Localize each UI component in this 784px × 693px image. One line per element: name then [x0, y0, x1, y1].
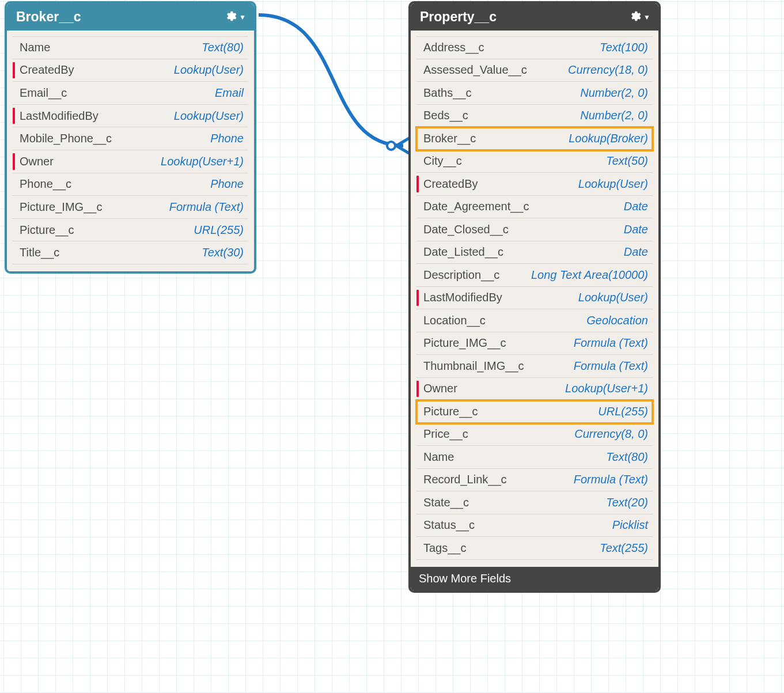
field-type: Formula (Text): [574, 336, 648, 350]
entity-title: Property__c: [420, 9, 497, 25]
field-row[interactable]: NameText(80): [13, 36, 248, 59]
chevron-down-icon: ▼: [643, 13, 650, 21]
field-name: LastModifiedBy: [20, 109, 99, 123]
field-name: Assessed_Value__c: [423, 63, 527, 77]
gear-icon: [628, 10, 641, 25]
field-row[interactable]: Broker__cLookup(Broker): [416, 127, 653, 150]
entity-body: Address__cText(100)Assessed_Value__cCurr…: [411, 31, 658, 567]
field-type: Text(80): [606, 450, 648, 464]
field-row[interactable]: Location__cGeolocation: [416, 309, 653, 332]
field-row[interactable]: NameText(80): [416, 446, 653, 469]
field-name: City__c: [423, 154, 462, 168]
field-name: Location__c: [423, 314, 486, 327]
field-name: Picture_IMG__c: [423, 336, 506, 350]
field-name: Picture__c: [423, 405, 478, 418]
field-row[interactable]: CreatedByLookup(User): [416, 173, 653, 196]
field-type: Text(20): [606, 496, 648, 509]
field-name: Title__c: [20, 246, 59, 259]
entity-broker[interactable]: Broker__c ▼ NameText(80)CreatedByLookup(…: [5, 1, 256, 274]
field-type: Date: [624, 245, 648, 259]
field-type: URL(255): [194, 224, 244, 237]
field-type: Text(50): [606, 154, 648, 168]
field-row[interactable]: OwnerLookup(User+1): [13, 150, 248, 173]
field-name: Broker__c: [423, 132, 476, 145]
field-name: State__c: [423, 496, 469, 509]
field-row[interactable]: City__cText(50): [416, 150, 653, 173]
field-name: Date_Closed__c: [423, 223, 509, 236]
field-type: Lookup(User): [174, 63, 244, 77]
field-type: URL(255): [598, 405, 648, 418]
field-name: Mobile_Phone__c: [20, 132, 112, 145]
field-row[interactable]: Picture_IMG__cFormula (Text): [416, 332, 653, 355]
field-row[interactable]: LastModifiedByLookup(User): [13, 105, 248, 128]
field-row[interactable]: Title__cText(30): [13, 241, 248, 264]
field-type: Phone: [210, 132, 244, 145]
field-name: Tags__c: [423, 541, 467, 555]
field-name: Price__c: [423, 427, 468, 441]
field-type: Geolocation: [586, 314, 648, 327]
field-name: Owner: [20, 155, 54, 168]
entity-menu-button[interactable]: ▼: [628, 10, 650, 25]
field-type: Email: [215, 86, 244, 100]
relationship-endpoint-icon: [386, 141, 396, 151]
show-more-fields-button[interactable]: Show More Fields: [411, 567, 658, 590]
field-row[interactable]: Price__cCurrency(8, 0): [416, 423, 653, 446]
field-row[interactable]: Picture__cURL(255): [416, 400, 653, 423]
entity-header[interactable]: Broker__c ▼: [7, 3, 254, 31]
field-type: Lookup(Broker): [569, 132, 648, 145]
field-row[interactable]: OwnerLookup(User+1): [416, 378, 653, 401]
field-type: Formula (Text): [574, 359, 648, 373]
field-name: Picture__c: [20, 224, 74, 237]
field-type: Lookup(User+1): [161, 155, 244, 168]
field-row[interactable]: LastModifiedByLookup(User): [416, 287, 653, 310]
field-row[interactable]: Email__cEmail: [13, 82, 248, 105]
field-name: Baths__c: [423, 86, 471, 100]
field-row[interactable]: Assessed_Value__cCurrency(18, 0): [416, 59, 653, 82]
entity-property[interactable]: Property__c ▼ Address__cText(100)Assesse…: [408, 1, 661, 593]
field-row[interactable]: Tags__cText(255): [416, 537, 653, 560]
field-row[interactable]: Date_Listed__cDate: [416, 241, 653, 264]
field-row[interactable]: Status__cPicklist: [416, 514, 653, 537]
entity-body: NameText(80)CreatedByLookup(User)Email__…: [7, 31, 254, 271]
field-row[interactable]: CreatedByLookup(User): [13, 59, 248, 82]
field-row[interactable]: Description__cLong Text Area(10000): [416, 264, 653, 287]
field-row[interactable]: Date_Agreement__cDate: [416, 196, 653, 219]
field-type: Text(255): [600, 541, 648, 555]
field-type: Text(100): [600, 41, 648, 54]
field-row[interactable]: Beds__cNumber(2, 0): [416, 105, 653, 128]
entity-header[interactable]: Property__c ▼: [411, 3, 658, 31]
field-name: CreatedBy: [423, 177, 478, 191]
field-row[interactable]: Baths__cNumber(2, 0): [416, 82, 653, 105]
field-type: Currency(18, 0): [568, 63, 648, 77]
field-name: Phone__c: [20, 177, 71, 191]
field-type: Phone: [210, 177, 244, 191]
field-row[interactable]: Phone__cPhone: [13, 173, 248, 196]
entity-menu-button[interactable]: ▼: [224, 10, 246, 25]
field-name: Address__c: [423, 41, 484, 54]
field-name: Date_Agreement__c: [423, 200, 529, 213]
field-type: Lookup(User): [578, 291, 648, 304]
field-row[interactable]: Date_Closed__cDate: [416, 218, 653, 241]
field-row[interactable]: Mobile_Phone__cPhone: [13, 127, 248, 150]
field-row[interactable]: State__cText(20): [416, 491, 653, 514]
field-name: Thumbnail_IMG__c: [423, 359, 524, 373]
field-list: NameText(80)CreatedByLookup(User)Email__…: [13, 36, 248, 264]
field-name: Email__c: [20, 86, 67, 100]
field-name: Status__c: [423, 518, 475, 532]
field-row[interactable]: Address__cText(100): [416, 36, 653, 59]
field-type: Lookup(User): [578, 177, 648, 191]
field-name: Beds__c: [423, 109, 468, 122]
entity-title: Broker__c: [16, 9, 81, 25]
field-name: CreatedBy: [20, 63, 74, 77]
field-name: LastModifiedBy: [423, 291, 502, 304]
field-type: Date: [624, 223, 648, 236]
field-type: Date: [624, 200, 648, 213]
field-type: Lookup(User): [174, 109, 244, 123]
field-row[interactable]: Picture__cURL(255): [13, 219, 248, 242]
gear-icon: [224, 10, 237, 25]
field-row[interactable]: Record_Link__cFormula (Text): [416, 469, 653, 492]
field-name: Date_Listed__c: [423, 245, 503, 259]
field-row[interactable]: Thumbnail_IMG__cFormula (Text): [416, 355, 653, 378]
field-row[interactable]: Picture_IMG__cFormula (Text): [13, 196, 248, 219]
field-type: Long Text Area(10000): [531, 268, 648, 282]
